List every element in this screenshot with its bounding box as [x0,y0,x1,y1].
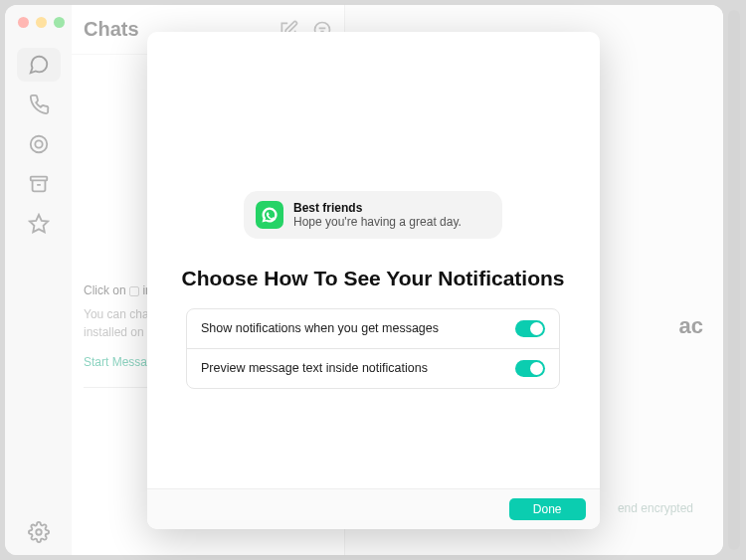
whatsapp-icon [256,201,283,229]
setting-preview-text: Preview message text inside notification… [187,348,559,388]
modal-title: Choose How To See Your Notifications [181,267,564,290]
modal-footer: Done [147,488,600,529]
notifications-modal: Best friends Hope you're having a great … [147,32,600,529]
notification-title: Best friends [293,201,462,215]
modal-overlay: Best friends Hope you're having a great … [0,0,746,560]
toggle-preview-text[interactable] [515,360,545,377]
notification-preview-card: Best friends Hope you're having a great … [244,191,502,239]
setting-label: Show notifications when you get messages [201,321,515,335]
toggle-show-notifications[interactable] [515,320,545,337]
settings-list: Show notifications when you get messages… [186,308,560,389]
done-button[interactable]: Done [509,498,586,520]
setting-label: Preview message text inside notification… [201,361,515,375]
notification-subtitle: Hope you're having a great day. [293,215,462,229]
setting-show-notifications: Show notifications when you get messages [187,309,559,348]
